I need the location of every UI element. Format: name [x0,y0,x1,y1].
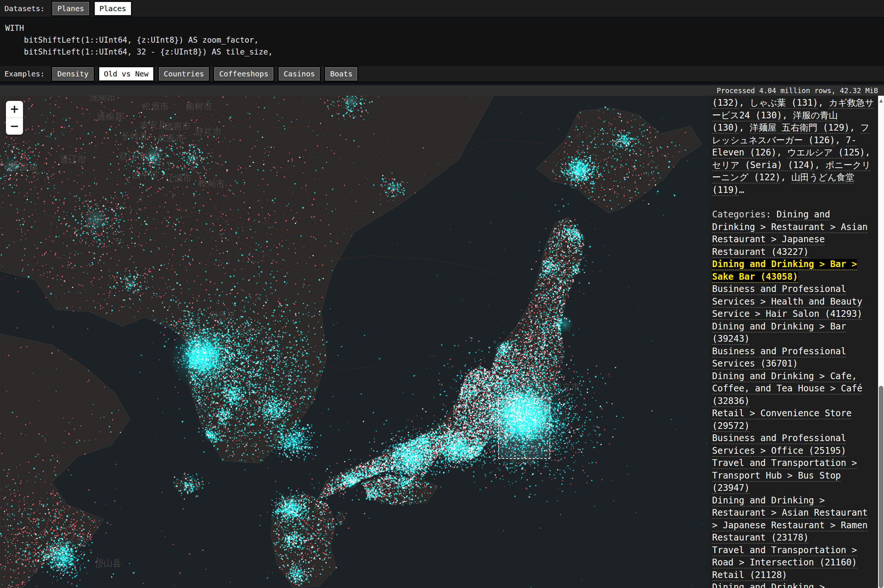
scrollbar-thumb[interactable] [879,386,883,588]
results-panel: (132), しゃぶ葉 (131), カギ救急サービス24 (130), 洋服の… [708,96,878,588]
brand-link[interactable]: ウエルシア (125) [787,147,865,158]
categories-label: Categories: [712,209,776,220]
examples-bar: Examples: DensityOld vs NewCountriesCoff… [0,66,884,84]
category-link[interactable]: Retail (21128) [712,570,787,580]
datasets-label: Datasets: [5,4,45,13]
map-zoom-control: + − [6,101,23,135]
category-link[interactable]: Dining and Drinking > Bar (39243) [712,321,846,344]
example-button-boats[interactable]: Boats [324,66,358,82]
app-root: Datasets: PlanesPlaces WITH bitShiftLeft… [0,0,884,588]
example-button-old-vs-new[interactable]: Old vs New [98,66,155,82]
category-link[interactable]: Travel and Transportation > Road > Inter… [712,545,857,568]
tile-selection-box [498,398,550,459]
example-button-group: DensityOld vs NewCountriesCoffeeshopsCas… [51,66,358,82]
example-button-coffeeshops[interactable]: Coffeeshops [213,66,274,82]
example-button-density[interactable]: Density [51,66,94,82]
examples-label: Examples: [5,69,45,78]
zoom-out-button[interactable]: − [6,118,23,135]
category-link[interactable]: Business and Professional Services (3670… [712,346,846,369]
categories-list: Categories: Dining and Drinking > Restau… [712,208,875,588]
brand-link[interactable]: セリア (Seria) (124) [712,160,815,170]
brand-link[interactable]: (132) [712,98,739,108]
brand-link[interactable]: しゃぶ葉 (131) [750,98,818,108]
sql-code[interactable]: WITH bitShiftLeft(1::UInt64, {z:UInt8}) … [5,22,884,58]
dataset-button-planes[interactable]: Planes [51,1,90,16]
category-link[interactable]: Retail > Convenience Store (29572) [712,408,852,431]
status-bar: Processed 4.04 million rows, 42.32 MiB [0,86,884,96]
datasets-bar: Datasets: PlanesPlaces [0,0,884,18]
category-link[interactable]: Business and Professional Services > Hea… [712,284,863,319]
category-link[interactable]: Travel and Transportation > Transport Hu… [712,458,857,493]
scrollbar-up-arrow[interactable]: ▲ [878,96,884,105]
category-link[interactable]: Business and Professional Services > Off… [712,433,846,456]
sql-editor[interactable]: WITH bitShiftLeft(1::UInt64, {z:UInt8}) … [0,18,884,66]
brand-link[interactable]: 洋麺屋 五右衛門 (129) [750,122,849,133]
category-link-selected[interactable]: Dining and Drinking > Bar > Sake Bar (43… [712,259,857,282]
category-link[interactable]: Dining and Drinking > Restaurant > Asian… [712,495,867,543]
category-link[interactable]: Dining and Drinking > Restaurant > Asian… [712,582,867,588]
dataset-button-places[interactable]: Places [93,1,132,16]
example-button-countries[interactable]: Countries [158,66,210,82]
results-scrollbar[interactable]: ▲ [878,96,884,588]
dataset-button-group: PlanesPlaces [51,1,132,16]
top-brands-list: (132), しゃぶ葉 (131), カギ救急サービス24 (130), 洋服の… [712,97,875,196]
status-text: Processed 4.04 million rows, 42.32 MiB [717,87,878,94]
example-button-casinos[interactable]: Casinos [278,66,321,82]
category-link[interactable]: Dining and Drinking > Cafe, Coffee, and … [712,371,863,406]
zoom-in-button[interactable]: + [6,101,23,118]
